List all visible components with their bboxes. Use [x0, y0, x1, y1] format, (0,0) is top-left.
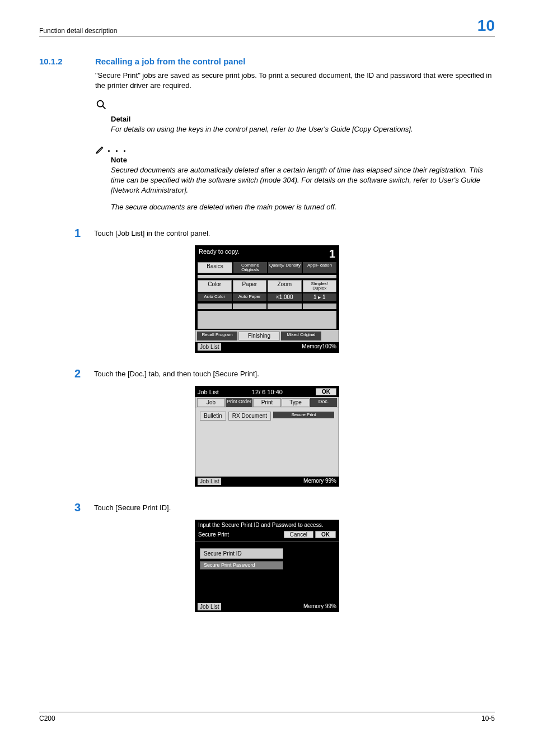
btn-mixed-original[interactable]: Mixed Original	[281, 332, 321, 340]
btn-rx-document[interactable]: RX Document	[228, 412, 271, 421]
step-number: 1	[73, 227, 81, 240]
footer-page: 10-5	[481, 715, 495, 722]
tab-job-list[interactable]: Job List	[198, 343, 221, 351]
cancel-button[interactable]: Cancel	[284, 531, 313, 538]
page-header: Function detail description 10	[39, 17, 495, 36]
tab-job-list[interactable]: Job List	[198, 478, 221, 485]
header-breadcrumb: Function detail description	[39, 27, 117, 35]
step-text: Touch [Secure Print ID].	[94, 501, 495, 514]
secure-print-panel: Input the Secure Print ID and Password t…	[195, 520, 339, 612]
tab-print-order[interactable]: Print Order	[226, 398, 252, 407]
val-simplex[interactable]: 1 ▸ 1	[303, 293, 337, 301]
btn-bulletin[interactable]: Bulletin	[200, 412, 226, 421]
step-3: 3 Touch [Secure Print ID].	[73, 501, 495, 514]
step-1: 1 Touch [Job List] in the control panel.	[73, 227, 495, 240]
val-auto-color[interactable]: Auto Color	[198, 293, 232, 301]
panel2-datetime: 12/ 6 10:40	[252, 389, 283, 395]
note-text-1: Secured documents are automatically dele…	[111, 165, 495, 196]
page-footer: C200 10-5	[39, 712, 495, 722]
step-text: Touch the [Doc.] tab, and then touch [Se…	[94, 367, 495, 380]
tab-type[interactable]: Type	[282, 398, 310, 407]
svg-point-0	[97, 101, 104, 107]
pen-icon: . . .	[95, 143, 495, 155]
panel3-title: Input the Secure Print ID and Password t…	[195, 520, 339, 530]
copy-counter: 1	[329, 248, 335, 259]
magnifier-icon	[95, 99, 495, 114]
btn-zoom[interactable]: Zoom	[268, 280, 302, 292]
val-zoom[interactable]: ×1.000	[268, 293, 302, 301]
secure-print-password-field[interactable]: Secure Print Password	[200, 561, 283, 570]
tab-job[interactable]: Job	[197, 398, 225, 407]
intro-paragraph: "Secure Print" jobs are saved as secure …	[95, 71, 495, 91]
section-number: 10.1.2	[39, 57, 78, 66]
ok-button[interactable]: OK	[316, 388, 336, 395]
control-panel-copy: Ready to copy. 1 Basics Combine Original…	[195, 245, 339, 353]
step-text: Touch [Job List] in the control panel.	[94, 227, 495, 240]
job-list-panel: Job List 12/ 6 10:40 OK Job Print Order …	[195, 386, 339, 487]
detail-text: For details on using the keys in the con…	[111, 124, 495, 134]
step-2: 2 Touch the [Doc.] tab, and then touch […	[73, 367, 495, 380]
note-label: Note	[111, 156, 495, 164]
panel2-title: Job List	[198, 389, 219, 395]
btn-finishing[interactable]: Finishing	[238, 332, 280, 340]
memory-status: Memory 99%	[303, 478, 336, 485]
step-number: 3	[73, 501, 81, 514]
section-heading: 10.1.2 Recalling a job from the control …	[39, 57, 495, 66]
tab-doc[interactable]: Doc.	[310, 398, 337, 407]
btn-paper[interactable]: Paper	[233, 280, 267, 292]
note-text-2: The secure documents are deleted when th…	[111, 202, 495, 212]
note-dots: . . .	[107, 143, 127, 155]
svg-line-1	[103, 106, 106, 109]
detail-callout: Detail For details on using the keys in …	[95, 99, 495, 134]
panel1-title: Ready to copy.	[199, 248, 240, 259]
tab-print[interactable]: Print	[253, 398, 281, 407]
val-auto-paper[interactable]: Auto Paper	[233, 293, 267, 301]
tab-job-list[interactable]: Job List	[198, 603, 221, 610]
detail-label: Detail	[111, 115, 495, 123]
btn-recall-program[interactable]: Recall Program	[197, 332, 237, 340]
btn-simplex-duplex[interactable]: Simplex/ Duplex	[303, 280, 337, 292]
secure-print-id-field[interactable]: Secure Print ID	[200, 548, 283, 559]
btn-secure-print[interactable]: Secure Print	[273, 412, 334, 418]
memory-status: Memory 99%	[303, 603, 336, 610]
tab-application[interactable]: Appli- cation	[303, 262, 336, 273]
tab-combine-originals[interactable]: Combine Originals	[233, 262, 267, 273]
chapter-number: 10	[477, 17, 495, 35]
footer-model: C200	[39, 715, 55, 722]
btn-color[interactable]: Color	[198, 280, 232, 292]
section-title: Recalling a job from the control panel	[95, 57, 245, 66]
step-number: 2	[73, 367, 81, 380]
tab-quality-density[interactable]: Quality/ Density	[268, 262, 302, 273]
note-callout: . . . Note Secured documents are automat…	[95, 143, 495, 213]
memory-status: Memory100%	[302, 343, 336, 351]
panel3-subtitle: Secure Print	[198, 531, 229, 538]
tab-basics[interactable]: Basics	[198, 262, 232, 273]
ok-button[interactable]: OK	[315, 531, 336, 538]
